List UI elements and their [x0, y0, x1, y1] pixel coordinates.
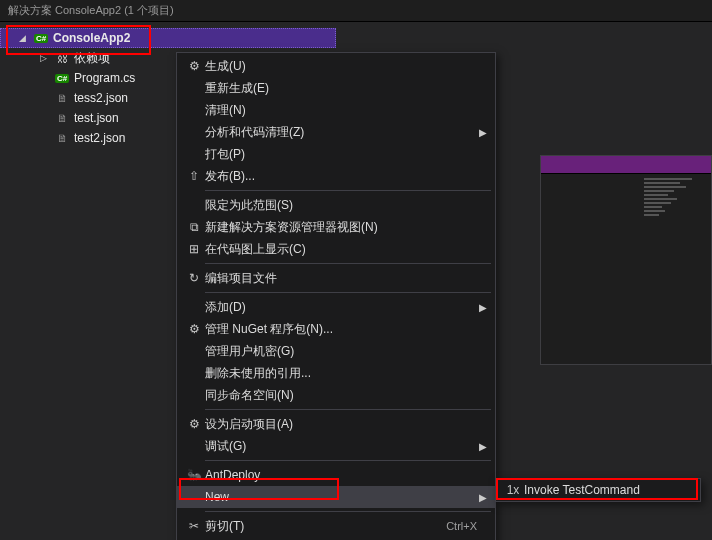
menu-user-secrets[interactable]: 管理用户机密(G): [177, 340, 495, 362]
project-node-consoleapp2[interactable]: ◢ C# ConsoleApp2: [0, 28, 336, 48]
json-file-icon: 🗎: [54, 110, 70, 126]
tree-collapse-icon: ▷: [40, 53, 50, 63]
publish-icon: ⇧: [183, 168, 205, 184]
menu-rebuild[interactable]: 重新生成(E): [177, 77, 495, 99]
menu-remove-unused-refs[interactable]: 删除未使用的引用...: [177, 362, 495, 384]
file-label: test2.json: [74, 131, 125, 145]
new-view-icon: ⧉: [183, 219, 205, 235]
menu-code-map[interactable]: ⊞ 在代码图上显示(C): [177, 238, 495, 260]
submenu-invoke-testcommand[interactable]: 1x Invoke TestCommand: [496, 479, 700, 501]
file-label: Program.cs: [74, 71, 135, 85]
dependencies-label: 依赖项: [74, 50, 110, 67]
menu-build[interactable]: ⚙ 生成(U): [177, 55, 495, 77]
menu-edit-project-file[interactable]: ↻ 编辑项目文件: [177, 267, 495, 289]
antdeploy-icon: 🐜: [183, 467, 205, 483]
menu-separator: [205, 292, 491, 293]
json-file-icon: 🗎: [54, 90, 70, 106]
editor-minimap: [644, 178, 704, 216]
menu-separator: [205, 511, 491, 512]
solution-title-text: 解决方案 ConsoleApp2 (1 个项目): [8, 3, 174, 18]
menu-pack[interactable]: 打包(P): [177, 143, 495, 165]
gear-icon: ⚙: [183, 416, 205, 432]
menu-separator: [205, 190, 491, 191]
csharp-project-icon: C#: [33, 30, 49, 46]
menu-nuget[interactable]: ⚙ 管理 NuGet 程序包(N)...: [177, 318, 495, 340]
nuget-icon: ⚙: [183, 321, 205, 337]
solution-title-bar: 解决方案 ConsoleApp2 (1 个项目): [0, 0, 712, 22]
menu-add[interactable]: 添加(D) ▶: [177, 296, 495, 318]
menu-new-view[interactable]: ⧉ 新建解决方案资源管理器视图(N): [177, 216, 495, 238]
submenu-arrow-icon: ▶: [479, 441, 487, 452]
csharp-file-icon: C#: [54, 70, 70, 86]
menu-publish[interactable]: ⇧ 发布(B)...: [177, 165, 495, 187]
menu-set-startup[interactable]: ⚙ 设为启动项目(A): [177, 413, 495, 435]
edit-file-icon: ↻: [183, 270, 205, 286]
dependencies-icon: ⛓: [54, 50, 70, 66]
project-context-menu: ⚙ 生成(U) 重新生成(E) 清理(N) 分析和代码清理(Z) ▶ 打包(P)…: [176, 52, 496, 540]
build-icon: ⚙: [183, 58, 205, 74]
file-label: test.json: [74, 111, 119, 125]
tree-expand-icon: ◢: [19, 33, 29, 43]
code-map-icon: ⊞: [183, 241, 205, 257]
submenu-arrow-icon: ▶: [479, 127, 487, 138]
menu-analyze[interactable]: 分析和代码清理(Z) ▶: [177, 121, 495, 143]
menu-scope[interactable]: 限定为此范围(S): [177, 194, 495, 216]
project-label: ConsoleApp2: [53, 31, 130, 45]
cut-icon: ✂: [183, 518, 205, 534]
submenu-arrow-icon: ▶: [479, 302, 487, 313]
submenu-arrow-icon: ▶: [479, 492, 487, 503]
menu-sync-namespaces[interactable]: 同步命名空间(N): [177, 384, 495, 406]
file-label: tess2.json: [74, 91, 128, 105]
menu-debug[interactable]: 调试(G) ▶: [177, 435, 495, 457]
command-icon: 1x: [502, 482, 524, 498]
menu-new[interactable]: New ▶: [177, 486, 495, 508]
menu-clean[interactable]: 清理(N): [177, 99, 495, 121]
menu-antdeploy[interactable]: 🐜 AntDeploy: [177, 464, 495, 486]
menu-separator: [205, 460, 491, 461]
shortcut-label: Ctrl+X: [446, 520, 477, 532]
new-submenu: 1x Invoke TestCommand: [495, 478, 701, 502]
menu-separator: [205, 409, 491, 410]
menu-separator: [205, 263, 491, 264]
editor-preview-panel: [540, 155, 712, 365]
menu-cut[interactable]: ✂ 剪切(T) Ctrl+X: [177, 515, 495, 537]
editor-tab-strip: [541, 156, 711, 174]
json-file-icon: 🗎: [54, 130, 70, 146]
